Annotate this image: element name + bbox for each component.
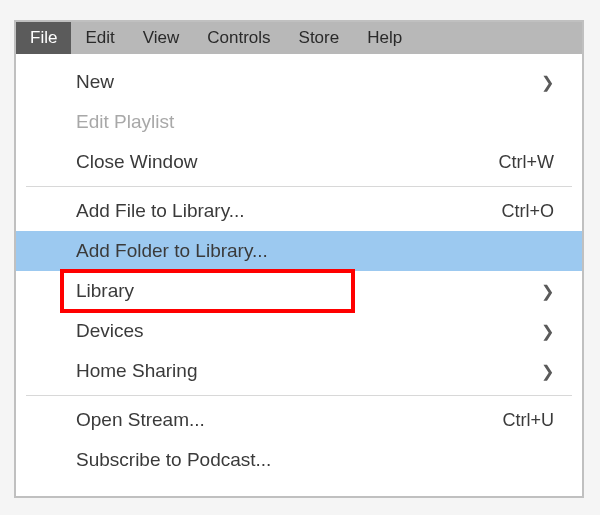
menu-controls-label: Controls — [207, 28, 270, 48]
menu-item-label: Devices — [76, 320, 521, 342]
chevron-right-icon: ❯ — [541, 73, 554, 92]
menu-item-open-stream[interactable]: Open Stream... Ctrl+U — [16, 400, 582, 440]
menu-item-label: Add Folder to Library... — [76, 240, 554, 262]
menu-item-close-window[interactable]: Close Window Ctrl+W — [16, 142, 582, 182]
menu-item-shortcut: Ctrl+W — [499, 152, 555, 173]
app-window: File Edit View Controls Store Help New ❯… — [14, 20, 584, 498]
chevron-right-icon: ❯ — [541, 362, 554, 381]
menu-item-label: Open Stream... — [76, 409, 482, 431]
menu-help[interactable]: Help — [353, 22, 416, 54]
menu-item-shortcut: Ctrl+U — [502, 410, 554, 431]
menu-item-label: Edit Playlist — [76, 111, 554, 133]
menu-item-add-folder[interactable]: Add Folder to Library... — [16, 231, 582, 271]
menu-item-label: Close Window — [76, 151, 479, 173]
chevron-right-icon: ❯ — [541, 282, 554, 301]
chevron-right-icon: ❯ — [541, 322, 554, 341]
menu-item-home-sharing[interactable]: Home Sharing ❯ — [16, 351, 582, 391]
menu-item-label: Subscribe to Podcast... — [76, 449, 554, 471]
menu-store-label: Store — [299, 28, 340, 48]
menu-file[interactable]: File — [16, 22, 71, 54]
menu-file-label: File — [30, 28, 57, 48]
menu-item-label: Home Sharing — [76, 360, 521, 382]
menu-view[interactable]: View — [129, 22, 194, 54]
menu-store[interactable]: Store — [285, 22, 354, 54]
menu-controls[interactable]: Controls — [193, 22, 284, 54]
menubar: File Edit View Controls Store Help — [16, 22, 582, 54]
menu-item-add-file[interactable]: Add File to Library... Ctrl+O — [16, 191, 582, 231]
menu-edit[interactable]: Edit — [71, 22, 128, 54]
menu-item-devices[interactable]: Devices ❯ — [16, 311, 582, 351]
menu-separator — [26, 395, 572, 396]
menu-separator — [26, 186, 572, 187]
menu-item-edit-playlist: Edit Playlist — [16, 102, 582, 142]
menu-item-shortcut: Ctrl+O — [501, 201, 554, 222]
menu-item-library[interactable]: Library ❯ — [16, 271, 582, 311]
menu-view-label: View — [143, 28, 180, 48]
file-dropdown: New ❯ Edit Playlist Close Window Ctrl+W … — [16, 54, 582, 496]
menu-edit-label: Edit — [85, 28, 114, 48]
menu-item-label: Library — [76, 280, 521, 302]
menu-item-label: Add File to Library... — [76, 200, 481, 222]
menu-help-label: Help — [367, 28, 402, 48]
menu-item-new[interactable]: New ❯ — [16, 62, 582, 102]
menu-item-label: New — [76, 71, 521, 93]
menu-item-subscribe-podcast[interactable]: Subscribe to Podcast... — [16, 440, 582, 480]
